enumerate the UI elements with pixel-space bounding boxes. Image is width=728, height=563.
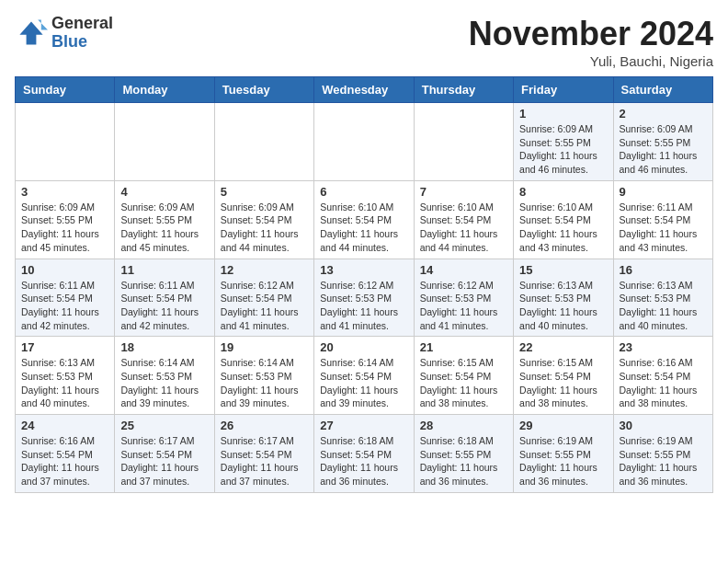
cell-info: Sunrise: 6:10 AM Sunset: 5:54 PM Dayligh… bbox=[519, 201, 607, 255]
cell-info: Sunrise: 6:19 AM Sunset: 5:55 PM Dayligh… bbox=[620, 434, 707, 488]
calendar-cell: 19Sunrise: 6:14 AM Sunset: 5:53 PM Dayli… bbox=[214, 337, 313, 415]
day-number: 28 bbox=[420, 419, 507, 432]
calendar-cell: 2Sunrise: 6:09 AM Sunset: 5:55 PM Daylig… bbox=[613, 103, 712, 181]
cell-info: Sunrise: 6:11 AM Sunset: 5:54 PM Dayligh… bbox=[21, 279, 108, 333]
calendar-cell: 29Sunrise: 6:19 AM Sunset: 5:55 PM Dayli… bbox=[514, 415, 613, 493]
cell-info: Sunrise: 6:09 AM Sunset: 5:55 PM Dayligh… bbox=[120, 201, 208, 255]
cell-info: Sunrise: 6:12 AM Sunset: 5:53 PM Dayligh… bbox=[320, 279, 407, 333]
calendar-cell bbox=[115, 103, 214, 181]
cell-info: Sunrise: 6:09 AM Sunset: 5:55 PM Dayligh… bbox=[21, 201, 108, 255]
calendar-cell: 5Sunrise: 6:09 AM Sunset: 5:54 PM Daylig… bbox=[214, 180, 313, 259]
day-number: 20 bbox=[320, 340, 407, 354]
calendar-cell: 20Sunrise: 6:14 AM Sunset: 5:54 PM Dayli… bbox=[314, 337, 414, 415]
day-number: 3 bbox=[21, 185, 108, 199]
day-number: 17 bbox=[21, 340, 108, 354]
calendar-cell: 27Sunrise: 6:18 AM Sunset: 5:54 PM Dayli… bbox=[314, 415, 414, 493]
calendar-week-row: 3Sunrise: 6:09 AM Sunset: 5:55 PM Daylig… bbox=[16, 180, 713, 259]
cell-info: Sunrise: 6:13 AM Sunset: 5:53 PM Dayligh… bbox=[620, 279, 707, 333]
day-number: 13 bbox=[320, 263, 407, 277]
calendar-cell bbox=[314, 103, 414, 181]
logo-text: General Blue bbox=[51, 15, 113, 52]
calendar-week-row: 17Sunrise: 6:13 AM Sunset: 5:53 PM Dayli… bbox=[16, 337, 713, 415]
cell-info: Sunrise: 6:11 AM Sunset: 5:54 PM Dayligh… bbox=[620, 201, 707, 255]
cell-info: Sunrise: 6:09 AM Sunset: 5:55 PM Dayligh… bbox=[620, 122, 707, 177]
title-section: November 2024 Yuli, Bauchi, Nigeria bbox=[469, 15, 713, 69]
cell-info: Sunrise: 6:09 AM Sunset: 5:54 PM Dayligh… bbox=[221, 201, 308, 255]
calendar-cell: 4Sunrise: 6:09 AM Sunset: 5:55 PM Daylig… bbox=[115, 180, 214, 259]
day-number: 9 bbox=[620, 185, 707, 199]
cell-info: Sunrise: 6:12 AM Sunset: 5:53 PM Dayligh… bbox=[420, 279, 507, 333]
cell-info: Sunrise: 6:19 AM Sunset: 5:55 PM Dayligh… bbox=[519, 434, 607, 488]
cell-info: Sunrise: 6:17 AM Sunset: 5:54 PM Dayligh… bbox=[221, 434, 308, 488]
calendar-cell: 21Sunrise: 6:15 AM Sunset: 5:54 PM Dayli… bbox=[414, 337, 513, 415]
calendar-week-row: 10Sunrise: 6:11 AM Sunset: 5:54 PM Dayli… bbox=[16, 259, 713, 337]
day-number: 5 bbox=[221, 185, 308, 199]
day-number: 2 bbox=[620, 107, 707, 121]
logo-blue: Blue bbox=[51, 33, 113, 52]
logo-general: General bbox=[51, 15, 113, 33]
day-number: 1 bbox=[519, 107, 607, 121]
calendar-cell: 11Sunrise: 6:11 AM Sunset: 5:54 PM Dayli… bbox=[115, 259, 214, 337]
cell-info: Sunrise: 6:14 AM Sunset: 5:54 PM Dayligh… bbox=[320, 356, 407, 410]
weekday-header-thursday: Thursday bbox=[414, 77, 513, 103]
day-number: 24 bbox=[21, 419, 108, 432]
cell-info: Sunrise: 6:09 AM Sunset: 5:55 PM Dayligh… bbox=[519, 122, 607, 177]
weekday-header-row: SundayMondayTuesdayWednesdayThursdayFrid… bbox=[16, 77, 713, 103]
month-title: November 2024 bbox=[469, 15, 713, 53]
day-number: 22 bbox=[519, 340, 607, 354]
calendar-cell: 24Sunrise: 6:16 AM Sunset: 5:54 PM Dayli… bbox=[16, 415, 115, 493]
cell-info: Sunrise: 6:12 AM Sunset: 5:54 PM Dayligh… bbox=[221, 279, 308, 333]
calendar-cell: 6Sunrise: 6:10 AM Sunset: 5:54 PM Daylig… bbox=[314, 180, 414, 259]
cell-info: Sunrise: 6:10 AM Sunset: 5:54 PM Dayligh… bbox=[320, 201, 407, 255]
cell-info: Sunrise: 6:16 AM Sunset: 5:54 PM Dayligh… bbox=[21, 434, 108, 488]
day-number: 11 bbox=[120, 263, 208, 277]
calendar-cell: 26Sunrise: 6:17 AM Sunset: 5:54 PM Dayli… bbox=[214, 415, 313, 493]
day-number: 25 bbox=[120, 419, 208, 432]
calendar-table: SundayMondayTuesdayWednesdayThursdayFrid… bbox=[15, 76, 713, 493]
calendar-cell: 7Sunrise: 6:10 AM Sunset: 5:54 PM Daylig… bbox=[414, 180, 513, 259]
day-number: 23 bbox=[620, 340, 707, 354]
cell-info: Sunrise: 6:18 AM Sunset: 5:55 PM Dayligh… bbox=[420, 434, 507, 488]
calendar-cell: 15Sunrise: 6:13 AM Sunset: 5:53 PM Dayli… bbox=[514, 259, 613, 337]
calendar-cell bbox=[214, 103, 313, 181]
calendar-cell bbox=[414, 103, 513, 181]
day-number: 10 bbox=[21, 263, 108, 277]
calendar-cell: 12Sunrise: 6:12 AM Sunset: 5:54 PM Dayli… bbox=[214, 259, 313, 337]
location: Yuli, Bauchi, Nigeria bbox=[469, 53, 713, 69]
cell-info: Sunrise: 6:15 AM Sunset: 5:54 PM Dayligh… bbox=[519, 356, 607, 410]
calendar-week-row: 1Sunrise: 6:09 AM Sunset: 5:55 PM Daylig… bbox=[16, 103, 713, 181]
day-number: 6 bbox=[320, 185, 407, 199]
calendar-cell: 25Sunrise: 6:17 AM Sunset: 5:54 PM Dayli… bbox=[115, 415, 214, 493]
calendar-cell: 23Sunrise: 6:16 AM Sunset: 5:54 PM Dayli… bbox=[613, 337, 712, 415]
day-number: 12 bbox=[221, 263, 308, 277]
calendar-cell: 1Sunrise: 6:09 AM Sunset: 5:55 PM Daylig… bbox=[514, 103, 613, 181]
day-number: 4 bbox=[120, 185, 208, 199]
weekday-header-wednesday: Wednesday bbox=[314, 77, 414, 103]
cell-info: Sunrise: 6:16 AM Sunset: 5:54 PM Dayligh… bbox=[620, 356, 707, 410]
cell-info: Sunrise: 6:14 AM Sunset: 5:53 PM Dayligh… bbox=[221, 356, 308, 410]
weekday-header-sunday: Sunday bbox=[16, 77, 115, 103]
day-number: 19 bbox=[221, 340, 308, 354]
weekday-header-saturday: Saturday bbox=[613, 77, 712, 103]
calendar-cell: 17Sunrise: 6:13 AM Sunset: 5:53 PM Dayli… bbox=[16, 337, 115, 415]
day-number: 27 bbox=[320, 419, 407, 432]
day-number: 18 bbox=[120, 340, 208, 354]
calendar-cell: 30Sunrise: 6:19 AM Sunset: 5:55 PM Dayli… bbox=[613, 415, 712, 493]
day-number: 29 bbox=[519, 419, 607, 432]
calendar-week-row: 24Sunrise: 6:16 AM Sunset: 5:54 PM Dayli… bbox=[16, 415, 713, 493]
cell-info: Sunrise: 6:13 AM Sunset: 5:53 PM Dayligh… bbox=[21, 356, 108, 410]
cell-info: Sunrise: 6:11 AM Sunset: 5:54 PM Dayligh… bbox=[120, 279, 208, 333]
day-number: 14 bbox=[420, 263, 507, 277]
day-number: 8 bbox=[519, 185, 607, 199]
day-number: 7 bbox=[420, 185, 507, 199]
day-number: 21 bbox=[420, 340, 507, 354]
cell-info: Sunrise: 6:13 AM Sunset: 5:53 PM Dayligh… bbox=[519, 279, 607, 333]
cell-info: Sunrise: 6:18 AM Sunset: 5:54 PM Dayligh… bbox=[320, 434, 407, 488]
weekday-header-friday: Friday bbox=[514, 77, 613, 103]
logo: General Blue bbox=[15, 15, 113, 52]
calendar-cell: 28Sunrise: 6:18 AM Sunset: 5:55 PM Dayli… bbox=[414, 415, 513, 493]
calendar-cell: 10Sunrise: 6:11 AM Sunset: 5:54 PM Dayli… bbox=[16, 259, 115, 337]
cell-info: Sunrise: 6:14 AM Sunset: 5:53 PM Dayligh… bbox=[120, 356, 208, 410]
calendar-cell: 16Sunrise: 6:13 AM Sunset: 5:53 PM Dayli… bbox=[613, 259, 712, 337]
calendar-cell: 14Sunrise: 6:12 AM Sunset: 5:53 PM Dayli… bbox=[414, 259, 513, 337]
